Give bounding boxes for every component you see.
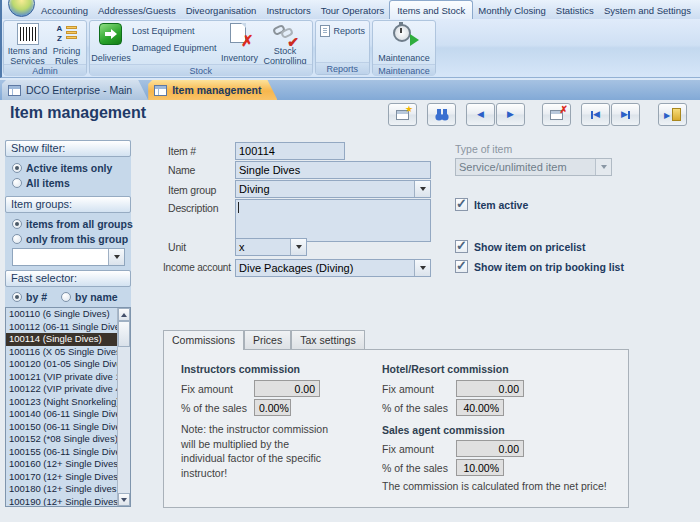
radio-label: All items <box>26 177 70 189</box>
hotel-fix-amount-input[interactable]: 0.00 <box>456 380 524 397</box>
show-on-pricelist-checkbox[interactable]: Show item on pricelist <box>455 240 585 253</box>
sales-agent-fix-amount-input[interactable]: 0.00 <box>456 440 524 457</box>
radio-label: items from all groups <box>26 218 133 230</box>
instructors-fix-amount-input[interactable]: 0.00 <box>254 380 320 397</box>
lost-equipment-button[interactable]: Lost Equipment <box>130 22 197 39</box>
ribbon-tab-system-and-settings[interactable]: System and Settings <box>599 0 696 19</box>
dropdown-arrow-icon[interactable] <box>414 260 430 276</box>
tab-tax-settings[interactable]: Tax settings <box>291 330 364 349</box>
delete-record-button[interactable]: ✗ <box>542 103 571 126</box>
income-account-combobox[interactable]: Dive Packages (Diving) <box>235 259 431 277</box>
radio-label: by name <box>75 291 118 303</box>
scroll-down-icon[interactable] <box>118 493 130 506</box>
dropdown-arrow-icon[interactable] <box>108 249 124 265</box>
list-item[interactable]: 100180 (12+ Single dives w <box>6 483 118 496</box>
item-number-label: Item # <box>168 145 196 157</box>
unit-combobox[interactable]: x <box>235 238 307 256</box>
list-item[interactable]: 100122 (VIP private dive 4 <box>6 383 118 396</box>
tab-commissions[interactable]: Commissions <box>163 330 244 350</box>
scroll-up-icon[interactable] <box>118 308 130 321</box>
deliveries-label: Deliveries <box>91 53 131 63</box>
ribbon-tab-monthly-closing[interactable]: Monthly Closing <box>473 0 551 19</box>
radio-by-number[interactable]: by # <box>12 291 47 303</box>
ribbon-tab-items-and-stock[interactable]: Items and Stock <box>389 0 473 19</box>
list-item[interactable]: 100140 (06-11 Single Dives <box>6 408 118 421</box>
previous-record-button[interactable]: ◀ <box>466 103 495 126</box>
pct-of-sales-label: % of the sales <box>382 462 448 474</box>
first-record-button[interactable]: ◀ <box>581 103 610 126</box>
dropdown-arrow-icon[interactable] <box>414 181 430 197</box>
scrollbar-thumb[interactable] <box>118 321 130 347</box>
list-item[interactable]: 100123 (Night Snorkeling) <box>6 396 118 409</box>
list-item[interactable]: 100121 (VIP private dive 1- <box>6 371 118 384</box>
checkbox-label: Show item on pricelist <box>474 241 585 253</box>
list-item[interactable]: 100116 (X 05 Single Dives) <box>6 346 118 359</box>
maintenance-button[interactable]: Maintenance <box>375 22 433 64</box>
item-number-input[interactable]: 100114 <box>235 142 345 160</box>
damaged-equipment-button[interactable]: Damaged Equipment <box>130 39 219 56</box>
fast-selector-header: Fast selector: <box>5 270 131 287</box>
application-menu-button[interactable] <box>8 0 35 17</box>
reports-button[interactable]: Reports <box>318 22 368 39</box>
ribbon-tab-tour-operators[interactable]: Tour Operators <box>316 0 389 19</box>
sales-agent-pct-input[interactable]: 10.00% <box>456 459 504 476</box>
ribbon-group-stock: Deliveries Lost Equipment Damaged Equipm… <box>89 20 313 75</box>
radio-by-name[interactable]: by name <box>61 291 118 303</box>
sort-icon: AZ <box>55 23 79 45</box>
radio-active-items-only[interactable]: Active items only <box>12 162 131 174</box>
list-item[interactable]: 100160 (12+ Single Dives) <box>6 458 118 471</box>
instructors-pct-input[interactable]: 0.00% <box>254 399 291 416</box>
items-and-services-button[interactable]: Items and Services <box>6 22 49 64</box>
list-item[interactable]: 100155 (06-11 Single Dives <box>6 446 118 459</box>
checkbox-checked-icon <box>455 260 468 273</box>
last-icon: ▶ <box>621 110 628 119</box>
list-item[interactable]: 100112 (06-11 Single Dives <box>6 321 118 334</box>
last-record-button[interactable]: ▶ <box>611 103 640 126</box>
list-item[interactable]: 100114 (Single Dives) <box>6 333 118 346</box>
tab-prices[interactable]: Prices <box>244 330 291 349</box>
find-button[interactable] <box>427 103 456 126</box>
item-group-dropdown[interactable] <box>12 248 125 266</box>
item-group-combobox[interactable]: Diving <box>235 180 431 198</box>
ribbon-tab-diveorganisation[interactable]: Diveorganisation <box>181 0 262 19</box>
list-item[interactable]: 100190 (12+ Single Dives w <box>6 496 118 508</box>
close-form-button[interactable]: ▶ <box>658 103 687 126</box>
list-item[interactable]: 100110 (6 Single Dives) <box>6 308 118 321</box>
ribbon-tab-statistics[interactable]: Statistics <box>551 0 599 19</box>
ribbon-tab-instructors[interactable]: Instructors <box>261 0 315 19</box>
item-active-checkbox[interactable]: Item active <box>455 198 528 211</box>
dropdown-arrow-icon[interactable] <box>290 239 306 255</box>
tab-item-management[interactable]: Item management <box>148 80 277 100</box>
binoculars-icon <box>434 108 450 121</box>
show-on-trip-booking-checkbox[interactable]: Show item on trip booking list <box>455 260 624 273</box>
fast-selector-options: by # by name <box>5 287 131 307</box>
hotel-pct-input[interactable]: 40.00% <box>456 399 504 416</box>
name-input[interactable]: Single Dives <box>235 161 431 179</box>
new-record-button[interactable]: ★ <box>388 103 417 126</box>
deliveries-button[interactable]: Deliveries <box>92 22 130 64</box>
radio-only-from-this-group[interactable]: only from this group <box>12 233 131 245</box>
item-list-items: 100110 (6 Single Dives)100112 (06-11 Sin… <box>6 308 130 507</box>
item-list-scrollbar[interactable] <box>117 308 130 506</box>
radio-items-from-all-groups[interactable]: items from all groups <box>12 218 131 230</box>
ribbon-tab-addresses-guests[interactable]: Addresses/Guests <box>93 0 181 19</box>
tab-dco-enterprise-main[interactable]: DCO Enterprise - Main <box>2 80 148 100</box>
stock-controlling-button[interactable]: ✔ Stock Controlling <box>261 22 310 64</box>
type-of-item-label: Type of item <box>455 143 512 155</box>
stopwatch-icon <box>392 23 416 45</box>
ribbon-group-reports: Reports Reports <box>315 20 371 75</box>
ribbon-group-admin: Items and Services AZ Pricing Rules Admi… <box>3 20 87 75</box>
inventory-button[interactable]: ✗ Inventory <box>219 22 261 64</box>
pricing-rules-button[interactable]: AZ Pricing Rules <box>49 22 84 64</box>
list-item[interactable]: 100120 (01-05 Single Dives <box>6 358 118 371</box>
radio-all-items[interactable]: All items <box>12 177 131 189</box>
radio-icon <box>12 234 22 244</box>
type-of-item-combobox: Service/unlimited item <box>455 158 612 176</box>
list-item[interactable]: 100152 (*08 Single dives) <box>6 433 118 446</box>
ribbon-tab-accounting[interactable]: Accounting <box>36 0 93 19</box>
ribbon-tab-bar: AccountingAddresses/GuestsDiveorganisati… <box>0 0 700 19</box>
list-item[interactable]: 100170 (12+ Single Dives w <box>6 471 118 484</box>
description-textarea[interactable] <box>235 199 431 242</box>
list-item[interactable]: 100150 (06-11 Single Dives <box>6 421 118 434</box>
next-record-button[interactable]: ▶ <box>496 103 525 126</box>
